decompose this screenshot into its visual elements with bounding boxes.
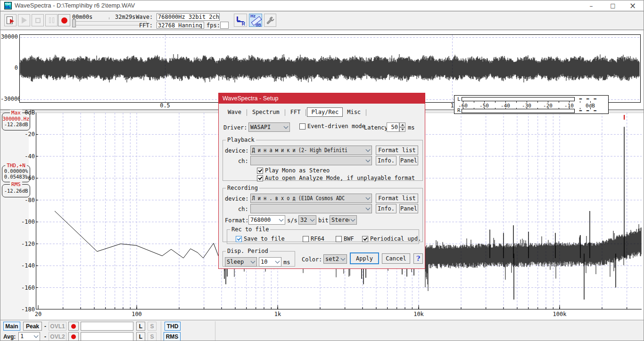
setup-dialog: WaveSpectra - Setup WaveSpectrumFFTPlay/… <box>218 93 425 269</box>
main-button[interactable]: Main <box>3 322 20 331</box>
driver-select[interactable]: WASAPI <box>248 122 290 132</box>
channels-value: Stereo <box>330 216 349 224</box>
s-button-1[interactable]: S <box>148 322 157 331</box>
wave-info-field: 768000Hz 32bit 2ch <box>157 13 220 21</box>
recording-device-select[interactable]: Л и н . в х о д (E1DA Cosmos ADC PCM3 <box>250 194 372 203</box>
playback-device-select[interactable]: Д и н а м и к и (2- High Definition Audi… <box>250 146 372 155</box>
ovl1-field[interactable] <box>81 322 133 331</box>
open-file-button[interactable] <box>4 14 17 26</box>
hzdb-scale-button[interactable]: Hz dB <box>249 14 262 27</box>
bit-depth-select[interactable]: 32 <box>298 215 316 225</box>
recording-panel-button[interactable]: Panel <box>399 204 418 213</box>
periodical-upd-label: Periodical upd. <box>370 235 421 242</box>
meter-right-bar <box>462 109 575 113</box>
peak-button[interactable]: Peak <box>23 322 42 331</box>
recording-format-list-button[interactable]: Format list <box>376 194 418 203</box>
meter-left-bar <box>462 97 575 101</box>
lr-channel-button[interactable]: L R <box>234 14 247 27</box>
disp-period-group: Disp. Period Sleep 10 ms <box>223 248 295 267</box>
recording-ch-select[interactable] <box>250 204 372 213</box>
rf64-checkbox[interactable]: RF64 <box>303 235 324 242</box>
playback-format-list-button[interactable]: Format list <box>376 146 418 155</box>
ovl2-field[interactable] <box>81 332 133 341</box>
color-select[interactable]: set2 <box>323 254 347 264</box>
auto-analyze-checkbox[interactable]: Auto open Analyze Mode, if unplayable fo… <box>257 175 415 181</box>
tab-wave[interactable]: Wave <box>223 107 246 117</box>
s-button-2[interactable]: S <box>148 332 157 341</box>
meter-scale-tick <box>590 101 591 103</box>
minimize-button[interactable]: – <box>584 0 598 10</box>
left-channel-button-2[interactable]: L <box>136 332 145 341</box>
stop-button[interactable] <box>32 14 44 26</box>
thd-button[interactable]: THD <box>165 322 181 331</box>
meter-scale-tick <box>580 101 580 103</box>
status-divider <box>161 321 161 341</box>
ovl1-red-dot-icon <box>71 324 76 329</box>
record-icon <box>61 17 67 24</box>
dropdown-arrow-icon <box>282 123 289 131</box>
dropdown-arrow-icon <box>309 216 316 224</box>
bit-unit-label: bit <box>318 217 329 224</box>
event-driven-label: Event-driven mode <box>307 123 365 130</box>
tab-fft[interactable]: FFT <box>286 107 305 117</box>
playback-panel-button[interactable]: Panel <box>399 156 418 165</box>
dialog-title-bar[interactable]: WaveSpectra - Setup <box>219 93 425 104</box>
spinner-up-icon <box>401 124 404 126</box>
event-driven-checkbox[interactable]: Event-driven mode <box>299 123 365 130</box>
pause-button[interactable] <box>45 14 58 26</box>
periodical-upd-checkbox[interactable]: Periodical upd. <box>362 235 421 242</box>
recording-info-button[interactable]: Info. <box>376 204 396 213</box>
latency-spin-down[interactable] <box>399 127 405 132</box>
bwf-checkbox[interactable]: BWF <box>336 235 354 242</box>
meter-scale-tick <box>463 101 463 103</box>
app-icon <box>4 2 12 9</box>
playback-legend: Playback <box>226 137 256 143</box>
latency-field[interactable]: 50 <box>387 122 399 132</box>
disp-mode-select[interactable]: Sleep <box>225 257 257 267</box>
recording-ch-label: ch: <box>238 206 248 212</box>
apply-button[interactable]: Apply <box>350 252 379 264</box>
close-button[interactable]: × <box>626 0 640 10</box>
spectrum-x-tick-label: 20 <box>29 311 48 317</box>
ovl1-indicator-button[interactable] <box>68 322 79 331</box>
recording-legend: Recording <box>226 185 259 191</box>
tab-play-rec[interactable]: Play/Rec <box>307 107 343 117</box>
dropdown-arrow-icon <box>33 333 40 341</box>
playback-ch-select[interactable] <box>250 156 372 165</box>
position-slider-track[interactable] <box>72 21 147 25</box>
cancel-button[interactable]: Cancel <box>382 253 410 264</box>
rec-to-file-group: Rec to file Save to file RF64 BWF Period… <box>227 226 419 244</box>
playback-info-button[interactable]: Info. <box>376 156 396 165</box>
save-to-file-checkbox[interactable]: Save to file <box>236 235 285 242</box>
position-slider-thumb[interactable] <box>72 19 76 27</box>
dropdown-arrow-icon <box>249 258 256 266</box>
play-button[interactable] <box>18 14 30 26</box>
latency-spin-up[interactable] <box>399 122 405 127</box>
help-button[interactable]: ? <box>413 253 423 264</box>
ovl1-button[interactable]: OVL1 <box>49 322 66 331</box>
maximize-button[interactable]: □ <box>606 0 620 10</box>
sample-rate-select[interactable]: 768000 <box>248 215 285 225</box>
rms-readout-title: RMS <box>10 181 22 187</box>
record-button[interactable] <box>58 14 70 26</box>
avg-select[interactable]: 1 <box>18 332 40 341</box>
rms-button[interactable]: RMS <box>164 332 181 341</box>
wrench-icon <box>266 16 274 24</box>
ovl2-button[interactable]: OVL2 <box>49 332 66 341</box>
meter-scale-tick <box>495 101 495 103</box>
play-mono-checkbox[interactable]: Play Mono as Stereo <box>257 167 330 174</box>
disp-period-select[interactable]: 10 <box>259 257 281 267</box>
disp-period-legend: Disp. Period <box>226 248 270 254</box>
meter-scale-tick <box>484 101 485 103</box>
title-bar: WaveSpectra - D:\Temp\hiby r6 2\temp.WAV… <box>0 0 644 11</box>
tab-misc[interactable]: Misc <box>343 107 365 117</box>
close-icon: × <box>629 1 636 10</box>
playback-ch-value <box>251 156 364 165</box>
setup-button[interactable] <box>264 14 276 27</box>
checkbox-box <box>257 175 263 181</box>
channels-select[interactable]: Stereo <box>330 215 357 225</box>
rate-unit-label: s/s <box>287 217 297 224</box>
tab-spectrum[interactable]: Spectrum <box>248 107 284 117</box>
ovl2-indicator-button[interactable] <box>68 332 79 341</box>
left-channel-button[interactable]: L <box>136 322 145 331</box>
